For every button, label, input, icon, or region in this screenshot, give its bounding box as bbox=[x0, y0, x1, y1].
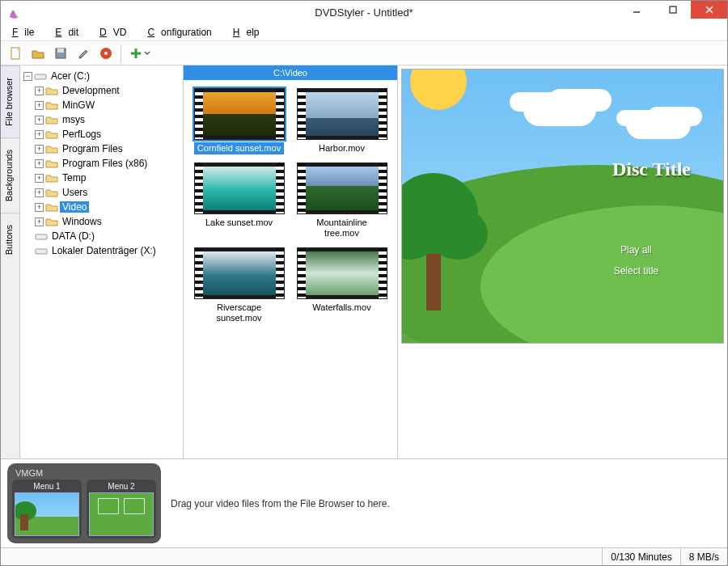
tree-item[interactable]: +Users bbox=[22, 185, 181, 200]
expand-icon[interactable]: + bbox=[35, 218, 44, 226]
expand-icon[interactable]: + bbox=[35, 87, 44, 95]
expand-icon[interactable]: + bbox=[35, 145, 44, 154]
svg-point-9 bbox=[104, 52, 108, 55]
menu-preview-icon bbox=[15, 492, 79, 536]
folder-tree[interactable]: − Acer (C:) +Development+MinGW+msys+Perf… bbox=[20, 65, 184, 458]
video-thumbnail[interactable]: Lake sunset.mov bbox=[190, 163, 288, 239]
thumbnail-caption: Waterfalls.mov bbox=[309, 302, 374, 314]
tree-item[interactable]: +Program Files bbox=[22, 142, 181, 156]
menu-preview-canvas[interactable]: Disc Title Play all Select title bbox=[401, 69, 724, 344]
sidetab-file-browser[interactable]: File browser bbox=[1, 65, 19, 137]
expand-icon[interactable]: + bbox=[35, 116, 44, 125]
menu-links[interactable]: Play all Select title bbox=[614, 239, 658, 281]
thumbnail-caption: Harbor.mov bbox=[315, 142, 368, 154]
expand-icon[interactable]: + bbox=[35, 130, 44, 139]
menu-dvd[interactable]: DVD bbox=[93, 25, 139, 40]
side-tabs: File browser Backgrounds Buttons bbox=[1, 65, 20, 458]
folder-icon bbox=[45, 187, 58, 198]
svg-point-7 bbox=[79, 56, 82, 58]
open-project-button[interactable] bbox=[28, 44, 48, 63]
filmstrip-icon bbox=[194, 163, 285, 214]
disc-title-text[interactable]: Disc Title bbox=[612, 158, 691, 180]
thumbnail-pane: C:\Video Cornfield sunset.movHarbor.movL… bbox=[184, 65, 398, 458]
folder-icon bbox=[45, 158, 58, 169]
expand-icon[interactable]: + bbox=[35, 188, 44, 197]
filmstrip-icon bbox=[297, 247, 387, 299]
tree-item[interactable]: +Windows bbox=[22, 214, 181, 229]
menu-thumbnail-2[interactable]: Menu 2 bbox=[87, 479, 156, 539]
menu-thumbnail-1[interactable]: Menu 1 bbox=[12, 479, 82, 539]
menu-bar: File Edit DVD Configuration Help bbox=[1, 23, 727, 41]
filmstrip-icon bbox=[194, 247, 285, 299]
play-all-link[interactable]: Play all bbox=[614, 239, 658, 260]
vmgm-group[interactable]: VMGM Menu 1 Menu 2 bbox=[7, 463, 161, 543]
status-minutes: 0/130 Minutes bbox=[602, 548, 679, 565]
thumbnail-caption: Mountainline tree.mov bbox=[297, 217, 387, 239]
expand-icon[interactable]: + bbox=[35, 159, 44, 168]
plus-icon bbox=[129, 47, 142, 60]
sidetab-buttons[interactable]: Buttons bbox=[1, 213, 19, 266]
window-title: DVDStyler - Untitled* bbox=[315, 6, 413, 19]
cloud-shape bbox=[523, 94, 596, 126]
burn-disc-button[interactable] bbox=[96, 44, 116, 63]
new-project-button[interactable] bbox=[6, 44, 25, 63]
tree-item[interactable]: +MinGW bbox=[22, 98, 181, 112]
folder-icon bbox=[45, 201, 58, 213]
tree-item[interactable]: +msys bbox=[22, 112, 181, 127]
tree-item[interactable]: +Temp bbox=[22, 171, 181, 185]
tree-item[interactable]: +Program Files (x86) bbox=[22, 156, 181, 171]
drive-icon bbox=[35, 230, 48, 242]
expand-icon[interactable]: + bbox=[35, 174, 44, 183]
sidetab-backgrounds[interactable]: Backgrounds bbox=[1, 137, 19, 213]
settings-button[interactable] bbox=[74, 44, 93, 63]
status-bar: 0/130 Minutes 8 MB/s bbox=[1, 547, 727, 565]
menu-preview-pane: Disc Title Play all Select title bbox=[398, 65, 727, 458]
menu-help[interactable]: Help bbox=[226, 25, 273, 40]
menu-edit[interactable]: Edit bbox=[49, 25, 91, 40]
drive-icon bbox=[35, 245, 48, 256]
tree-item[interactable]: +PerfLogs bbox=[22, 127, 181, 142]
tree-root[interactable]: − Acer (C:) bbox=[22, 69, 181, 83]
status-rate: 8 MB/s bbox=[680, 548, 727, 565]
drive-icon bbox=[34, 70, 47, 82]
tree-item[interactable]: +Development bbox=[22, 83, 181, 98]
svg-rect-14 bbox=[36, 249, 47, 254]
filmstrip-icon bbox=[297, 88, 387, 140]
add-button[interactable] bbox=[126, 44, 154, 63]
minimize-button[interactable] bbox=[618, 1, 654, 19]
video-thumbnail[interactable]: Mountainline tree.mov bbox=[293, 163, 391, 239]
filmstrip-icon bbox=[194, 88, 285, 140]
svg-rect-6 bbox=[57, 49, 64, 53]
tree-item[interactable]: +Video bbox=[22, 200, 181, 214]
select-title-link[interactable]: Select title bbox=[614, 260, 658, 281]
tree-item[interactable]: Lokaler Datenträger (X:) bbox=[22, 243, 181, 258]
save-project-button[interactable] bbox=[51, 44, 70, 63]
video-thumbnail[interactable]: Harbor.mov bbox=[293, 88, 391, 154]
close-button[interactable] bbox=[691, 1, 727, 19]
thumbnail-grid[interactable]: Cornfield sunset.movHarbor.movLake sunse… bbox=[184, 80, 397, 458]
menu-file[interactable]: File bbox=[6, 25, 47, 40]
timeline-strip[interactable]: VMGM Menu 1 Menu 2 Drag your video files… bbox=[1, 458, 727, 547]
thumbnail-caption: Lake sunset.mov bbox=[202, 217, 276, 229]
window-controls bbox=[618, 1, 727, 19]
collapse-icon[interactable]: − bbox=[23, 72, 32, 81]
maximize-button[interactable] bbox=[654, 1, 691, 19]
chevron-down-icon bbox=[144, 50, 150, 57]
toolbar bbox=[1, 41, 727, 65]
tree-shape bbox=[426, 238, 441, 310]
tree-item[interactable]: DATA (D:) bbox=[22, 229, 181, 243]
svg-rect-1 bbox=[670, 6, 676, 13]
expand-icon[interactable]: + bbox=[35, 101, 44, 110]
video-thumbnail[interactable]: Waterfalls.mov bbox=[293, 247, 391, 324]
expand-icon[interactable]: + bbox=[35, 203, 44, 212]
main-area: File browser Backgrounds Buttons − Acer … bbox=[1, 65, 727, 458]
folder-icon bbox=[45, 143, 58, 154]
folder-icon bbox=[45, 216, 58, 227]
video-thumbnail[interactable]: Cornfield sunset.mov bbox=[190, 88, 288, 154]
thumbnail-caption: Riverscape sunset.mov bbox=[194, 302, 285, 324]
video-thumbnail[interactable]: Riverscape sunset.mov bbox=[190, 247, 288, 324]
menu-config[interactable]: Configuration bbox=[141, 25, 224, 40]
thumbnail-path: C:\Video bbox=[184, 65, 397, 80]
filmstrip-icon bbox=[297, 163, 387, 214]
folder-icon bbox=[45, 114, 58, 125]
